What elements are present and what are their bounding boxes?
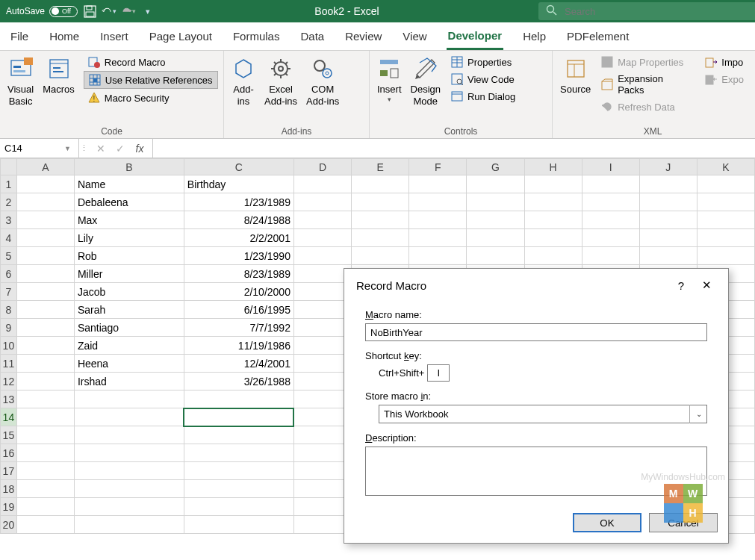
tab-pdfelement[interactable]: PDFelement [565,24,630,49]
cell-B8[interactable]: Sarah [74,301,184,319]
cell-E3[interactable] [352,211,409,229]
record-macro-button[interactable]: Record Macro [84,54,218,70]
cell-G3[interactable] [467,211,524,229]
col-header-I[interactable]: I [582,159,639,175]
cell-F1[interactable] [409,175,467,193]
design-mode-button[interactable]: Design Mode [408,54,444,125]
row-header-3[interactable]: 3 [1,211,17,229]
cell-A14[interactable] [16,408,74,426]
macro-name-input[interactable] [365,323,707,341]
cell-A18[interactable] [16,480,74,498]
cell-K5[interactable] [697,247,754,265]
tab-home[interactable]: Home [48,24,81,49]
autosave-toggle[interactable]: AutoSave Off [6,6,78,17]
col-header-K[interactable]: K [697,159,754,175]
cell-B16[interactable] [74,444,184,462]
view-code-button[interactable]: View Code [447,71,520,87]
cell-A12[interactable] [16,373,74,391]
cell-C16[interactable] [184,444,293,462]
import-xml-button[interactable]: Impo [700,54,748,70]
row-header-20[interactable]: 20 [1,516,17,534]
col-header-F[interactable]: F [409,159,467,175]
cell-A1[interactable] [16,175,74,193]
cell-B3[interactable]: Max [74,211,184,229]
row-header-13[interactable]: 13 [1,391,17,408]
cell-A11[interactable] [16,355,74,373]
cell-K4[interactable] [697,229,754,247]
row-header-10[interactable]: 10 [1,337,17,355]
cell-B5[interactable]: Rob [74,247,184,265]
excel-addins-button[interactable]: Excel Add-ins [261,54,300,125]
cell-F5[interactable] [409,247,467,265]
cell-E5[interactable] [352,247,409,265]
undo-icon[interactable]: ▾ [102,4,116,19]
col-header-H[interactable]: H [524,159,582,175]
cell-A4[interactable] [16,229,74,247]
cell-A17[interactable] [16,462,74,480]
cell-A20[interactable] [16,516,74,534]
cell-G1[interactable] [467,175,524,193]
row-header-7[interactable]: 7 [1,283,17,301]
addins-button[interactable]: Add- ins [229,54,258,125]
save-icon[interactable] [82,4,97,19]
row-header-11[interactable]: 11 [1,355,17,373]
macros-button[interactable]: Macros [40,54,78,125]
xml-source-button[interactable]: Source [557,54,594,125]
row-header-16[interactable]: 16 [1,444,17,462]
cell-C4[interactable]: 2/2/2001 [184,229,293,247]
tab-page-layout[interactable]: Page Layout [148,24,214,49]
macro-security-button[interactable]: ! Macro Security [84,90,218,106]
cell-C7[interactable]: 2/10/2000 [184,283,293,301]
cell-A8[interactable] [16,301,74,319]
chevron-down-icon[interactable]: ▼ [61,145,74,152]
cell-A10[interactable] [16,337,74,355]
row-header-17[interactable]: 17 [1,462,17,480]
cell-E4[interactable] [352,229,409,247]
row-header-6[interactable]: 6 [1,265,17,283]
row-header-8[interactable]: 8 [1,301,17,319]
cell-I3[interactable] [582,211,639,229]
cell-C14[interactable] [184,408,293,426]
use-relative-references-button[interactable]: Use Relative References [84,71,218,89]
cell-E2[interactable] [352,193,409,211]
cell-A15[interactable] [16,426,74,444]
visual-basic-button[interactable]: Visual Basic [4,54,37,125]
cell-I4[interactable] [582,229,639,247]
row-header-1[interactable]: 1 [1,175,17,193]
store-macro-select[interactable]: This Workbook [379,405,707,423]
search-input[interactable] [565,6,748,17]
cell-B12[interactable]: Irshad [74,373,184,391]
cell-I1[interactable] [582,175,639,193]
tab-insert[interactable]: Insert [99,24,130,49]
cell-B6[interactable]: Miller [74,265,184,283]
tab-developer[interactable]: Developer [447,23,504,50]
cell-B17[interactable] [74,462,184,480]
fx-icon[interactable]: fx [130,143,149,155]
tab-review[interactable]: Review [344,24,383,49]
cell-C15[interactable] [184,426,293,444]
name-box[interactable]: ▼ [0,139,79,158]
cancel-button[interactable]: Cancel [649,513,718,532]
cell-A13[interactable] [16,391,74,408]
cell-A9[interactable] [16,319,74,337]
run-dialog-button[interactable]: Run Dialog [447,88,520,105]
cell-C6[interactable]: 8/23/1989 [184,265,293,283]
cell-C11[interactable]: 12/4/2001 [184,355,293,373]
cell-J1[interactable] [639,175,697,193]
cell-D1[interactable] [293,175,351,193]
cell-C1[interactable]: Birthday [184,175,293,193]
cell-A3[interactable] [16,211,74,229]
row-header-2[interactable]: 2 [1,193,17,211]
col-header-J[interactable]: J [639,159,697,175]
cell-B19[interactable] [74,498,184,516]
cell-A7[interactable] [16,283,74,301]
cell-H3[interactable] [524,211,582,229]
cell-A19[interactable] [16,498,74,516]
cell-B7[interactable]: Jacob [74,283,184,301]
cell-B10[interactable]: Zaid [74,337,184,355]
col-header-A[interactable]: A [16,159,74,175]
cell-K3[interactable] [697,211,754,229]
cell-G2[interactable] [467,193,524,211]
select-all-corner[interactable] [1,159,17,175]
col-header-C[interactable]: C [184,159,293,175]
